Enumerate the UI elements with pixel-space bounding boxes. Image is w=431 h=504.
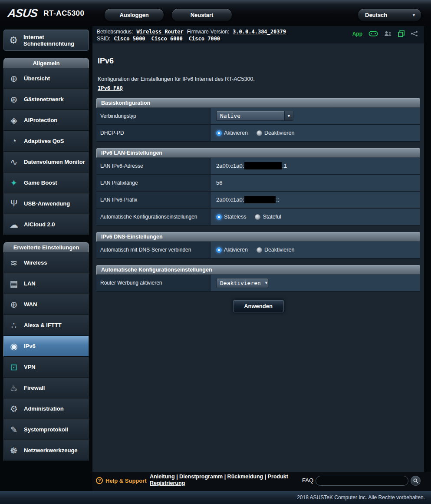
firewall-flame-icon: ♨ [7, 383, 21, 393]
alexa-ifttt-icon: ∴ [7, 320, 21, 331]
sidebar-item-label: Gästenetzwerk [24, 96, 64, 103]
admin-gear-icon: ⚙ [7, 404, 21, 414]
wireless-icon: ≋ [7, 258, 21, 268]
sidebar-item-label: VPN [24, 364, 36, 370]
redaction-box [244, 162, 282, 169]
row-label: Router Werbung aktivieren [96, 275, 211, 291]
section-basic: Basiskonfiguration Verbindungstyp Native… [96, 98, 420, 142]
sidebar-item-label: LAN [24, 280, 36, 287]
ssid-link-2[interactable]: Cisco 6000 [151, 36, 183, 42]
section-lan-header: IPv6 LAN-Einstellungen [96, 148, 420, 158]
sidebar-item-alexa-ifttt[interactable]: ∴ Alexa & IFTTT [3, 315, 89, 336]
page-title: IPv6 [98, 56, 420, 66]
gauge-icon: ◔ [7, 136, 21, 146]
guest-network-icon: ⊛ [7, 94, 21, 105]
sidebar-item-game-boost[interactable]: ✦ Game Boost [3, 172, 89, 193]
sidebar-item-label: Systemprotokoll [24, 426, 68, 433]
quick-setup-button[interactable]: ⚙ Internet Schnelleinrichtung [3, 30, 89, 51]
feedback-link[interactable]: Rückmeldung [227, 474, 263, 480]
firmware-link[interactable]: 3.0.0.4.384_20379 [233, 29, 286, 35]
help-support-link[interactable]: ? Help & Support [96, 477, 147, 484]
table-row: LAN IPv6-Adresse 2a00:c1a0::1 [96, 158, 420, 175]
sidebar-item-lan[interactable]: ▤ LAN [3, 273, 89, 294]
sidebar-item-uebersicht[interactable]: ⊕ Übersicht [3, 68, 89, 89]
sidebar-item-aicloud[interactable]: ☁ AiCloud 2.0 [3, 214, 89, 235]
manual-link[interactable]: Anleitung [150, 474, 175, 480]
dhcp-pd-disable-radio[interactable] [257, 130, 262, 136]
sidebar-item-netzwerkwerkzeuge[interactable]: ☸ Netzwerkwerkzeuge [3, 440, 89, 461]
copyright-text: 2018 ASUSTeK Computer Inc. Alle Rechte v… [297, 494, 425, 501]
statusbar: Betriebsmodus: Wireless Router Firmware-… [92, 26, 424, 43]
connection-type-select[interactable]: Native ▼ [216, 111, 293, 121]
sidebar-item-aiprotection[interactable]: ◈ AiProtection [3, 110, 89, 131]
chevron-down-icon: ▼ [412, 13, 416, 17]
autoconf-stateless-radio[interactable] [216, 214, 222, 220]
router-advertisement-select[interactable]: Deaktivieren ▼ [216, 278, 268, 288]
faq-search-input[interactable] [316, 476, 408, 486]
faq-label: FAQ [302, 477, 313, 484]
sidebar-item-firewall[interactable]: ♨ Firewall [3, 378, 89, 398]
radio-label: Deaktivieren [264, 130, 294, 136]
radio-label: Stateful [263, 214, 281, 220]
model-name: RT-AC5300 [43, 9, 84, 18]
dns-auto-disable-radio[interactable] [257, 247, 262, 253]
sidebar-item-ipv6[interactable]: ◉ IPv6 [3, 336, 89, 357]
section-autoconfig: Automatische Konfigurationseinstellungen… [96, 265, 420, 292]
row-label: LAN Präfixlänge [96, 175, 211, 191]
usb-share-icon[interactable] [411, 31, 418, 36]
ssid-link-3[interactable]: Cisco 7000 [189, 36, 220, 42]
dhcp-pd-enable-radio[interactable] [216, 130, 222, 136]
dns-auto-enable-radio[interactable] [216, 247, 222, 253]
menu-header-general: Allgemein [3, 58, 89, 68]
radio-label: Aktivieren [224, 130, 248, 136]
table-row: DHCP-PD Aktivieren Deaktivieren [96, 125, 420, 142]
sidebar-item-label: Wireless [24, 259, 47, 266]
section-basic-header: Basiskonfiguration [96, 98, 420, 108]
sidebar-item-label: USB-Anwendung [24, 200, 70, 207]
language-select[interactable]: Deutsch ▼ [358, 8, 421, 22]
usb-icon: Ψ [7, 199, 21, 209]
autoconf-stateful-radio[interactable] [255, 214, 260, 220]
ssid-label: SSID: [97, 36, 110, 42]
sidebar-item-label: IPv6 [24, 343, 36, 349]
sidebar-item-wireless[interactable]: ≋ Wireless [3, 252, 89, 273]
brand: ASUS RT-AC5300 [8, 7, 85, 20]
cloud-icon: ☁ [7, 219, 21, 230]
sidebar-item-adaptives-qos[interactable]: ◔ Adaptives QoS [3, 131, 89, 152]
utility-link[interactable]: Dienstprogramm [179, 474, 223, 480]
sidebar-item-usb-anwendung[interactable]: Ψ USB-Anwendung [3, 193, 89, 214]
logout-button[interactable]: Ausloggen [104, 8, 164, 22]
search-button[interactable] [411, 476, 421, 486]
sidebar-item-systemprotokoll[interactable]: ✎ Systemprotokoll [3, 419, 89, 440]
waveform-icon: ∿ [7, 157, 21, 167]
sidebar-item-datenvolumen-monitor[interactable]: ∿ Datenvolumen Monitor [3, 152, 89, 172]
language-label: Deutsch [365, 12, 387, 18]
log-document-icon: ✎ [7, 424, 21, 435]
sidebar-item-wan[interactable]: ⊕ WAN [3, 294, 89, 315]
clients-icon[interactable] [384, 31, 392, 36]
menu-header-advanced: Erweiterte Einstellungen [3, 242, 89, 252]
connection-type-value: Native [217, 113, 284, 119]
app-link[interactable]: App [352, 31, 362, 37]
ssid-link-1[interactable]: Cisco 5000 [114, 36, 145, 42]
sidebar-item-gaestenetzwerk[interactable]: ⊛ Gästenetzwerk [3, 89, 89, 110]
clone-icon[interactable] [398, 30, 405, 37]
sidebar-item-vpn[interactable]: ⊡ VPN [3, 357, 89, 378]
gamepad-status-icon[interactable] [368, 31, 378, 36]
sidebar-item-label: WAN [24, 301, 37, 308]
bottombar: 2018 ASUSTeK Computer Inc. Alle Rechte v… [0, 491, 431, 504]
apply-button[interactable]: Anwenden [233, 300, 284, 312]
reboot-button[interactable]: Neustart [171, 8, 232, 22]
topbar: ASUS RT-AC5300 Ausloggen Neustart Deutsc… [0, 0, 431, 26]
lan-ipv6-address-suffix: :1 [282, 162, 287, 169]
quick-setup-label: Internet Schnelleinrichtung [23, 34, 80, 47]
row-label: DHCP-PD [96, 125, 211, 141]
gamepad-icon: ✦ [7, 178, 21, 188]
radio-label: Aktivieren [224, 247, 248, 253]
ipv6-faq-link[interactable]: IPv6 FAQ [98, 85, 123, 91]
sidebar-item-administration[interactable]: ⚙ Administration [3, 398, 89, 419]
mode-link[interactable]: Wireless Router [136, 29, 183, 35]
row-label: Automatisch mit DNS-Server verbinden [96, 242, 211, 258]
lan-ipv6-address-text: 2a00:c1a0: [216, 162, 244, 169]
radio-label: Deaktivieren [264, 247, 294, 253]
